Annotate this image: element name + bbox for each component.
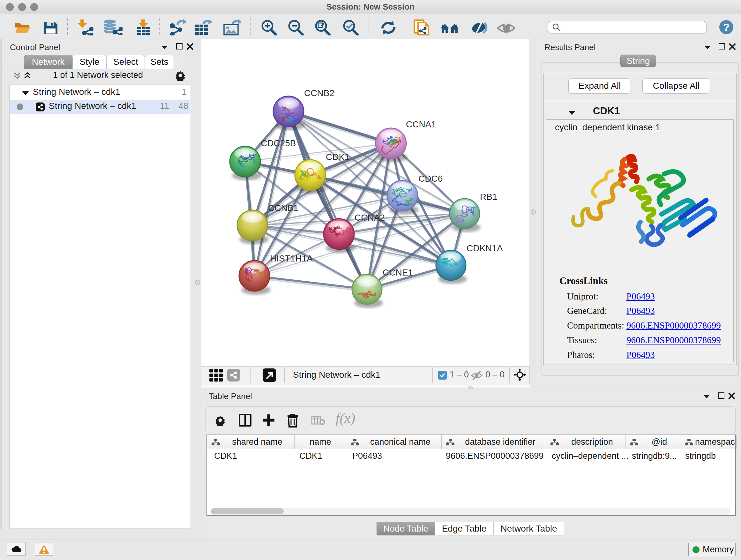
svg-text:HIST1H1A: HIST1H1A — [270, 253, 313, 263]
svg-text:CDKN1A: CDKN1A — [467, 243, 503, 253]
svg-text:CDK1: CDK1 — [326, 152, 350, 162]
svg-text:CCNE1: CCNE1 — [383, 267, 413, 277]
svg-text:CCNB1: CCNB1 — [268, 203, 298, 213]
svg-text:CCNB2: CCNB2 — [304, 88, 334, 98]
svg-text:CDC6: CDC6 — [418, 174, 443, 184]
svg-text:RB1: RB1 — [480, 192, 497, 202]
svg-text:CCNA1: CCNA1 — [406, 119, 436, 129]
svg-text:CDC25B: CDC25B — [261, 138, 296, 148]
svg-text:CCNA2: CCNA2 — [354, 212, 385, 223]
